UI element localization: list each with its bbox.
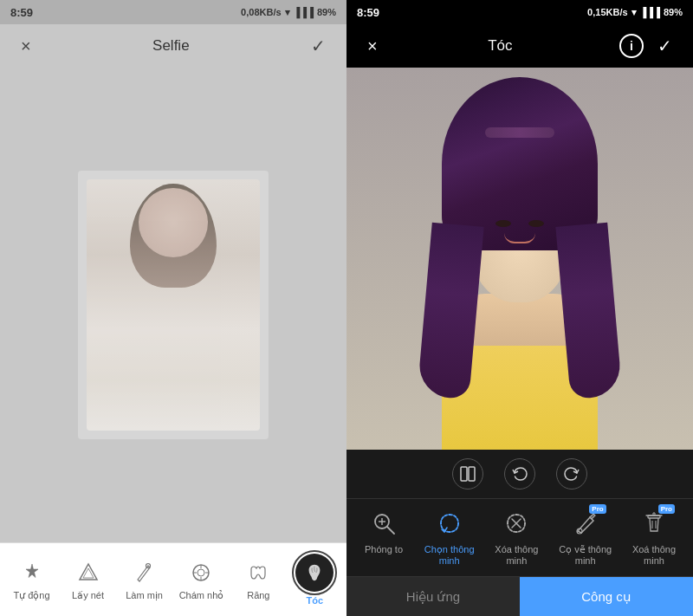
tab-effects[interactable]: Hiệu ứng xyxy=(346,577,520,616)
tab-tools[interactable]: Công cụ xyxy=(520,577,693,616)
top-bar-right: × Tóc i ✓ xyxy=(346,24,693,68)
svg-marker-0 xyxy=(80,564,97,580)
screen-title-right: Tóc xyxy=(488,37,512,55)
tool-smart-select[interactable]: Chọn thông minh xyxy=(414,508,484,567)
wifi-icon-right: ▾ xyxy=(631,7,637,18)
bottom-toolbar-left: Tự động Lấy nét Làm mịn xyxy=(0,542,346,616)
smooth-icon xyxy=(131,559,159,587)
redo-button[interactable] xyxy=(556,458,587,490)
close-button-left[interactable]: × xyxy=(17,33,35,60)
woman-image-right xyxy=(346,68,693,450)
woman-image-left xyxy=(87,179,260,431)
teeth-label: Răng xyxy=(247,590,269,600)
sharpen-icon xyxy=(74,559,102,587)
tool-zoom[interactable]: Phóng to xyxy=(353,508,414,555)
top-bar-left: × Selfie ✓ xyxy=(0,24,346,68)
smart-select-label: Chọn thông minh xyxy=(414,544,484,567)
zoom-icon xyxy=(368,508,399,539)
smooth-label: Làm mịn xyxy=(126,590,163,601)
battery-left: 89% xyxy=(317,7,336,17)
time-left: 8:59 xyxy=(10,6,33,19)
tool-item-sharpen[interactable]: Lấy nét xyxy=(67,559,110,601)
slim-icon xyxy=(187,559,215,587)
smart-select-icon xyxy=(434,508,465,539)
teeth-icon xyxy=(244,559,272,587)
tool-item-teeth[interactable]: Răng xyxy=(236,559,280,600)
pro-badge-brush: Pro xyxy=(589,504,606,514)
status-bar-right: 8:59 0,15KB/s ▾ ▐▐▐ 89% xyxy=(346,0,693,24)
smart-delete-label: Xoá thông minh xyxy=(622,544,686,567)
right-panel: 8:59 0,15KB/s ▾ ▐▐▐ 89% × Tóc i ✓ xyxy=(346,0,693,616)
undo-button[interactable] xyxy=(504,458,535,490)
zoom-label: Phóng to xyxy=(365,544,403,555)
smart-erase-icon xyxy=(501,508,532,539)
network-speed-right: 0,15KB/s xyxy=(587,7,627,17)
smart-brush-icon: Pro xyxy=(570,508,601,539)
status-bar-left: 8:59 0,08KB/s ▾ ▐▐▐ 89% xyxy=(0,0,346,24)
battery-right: 89% xyxy=(664,7,683,17)
tool-item-auto[interactable]: Tự động xyxy=(10,559,54,601)
time-right: 8:59 xyxy=(357,6,379,19)
smart-delete-icon: Pro xyxy=(638,508,670,539)
split-view-button[interactable] xyxy=(452,458,483,490)
pro-badge-delete: Pro xyxy=(658,504,675,514)
tool-item-smooth[interactable]: Làm mịn xyxy=(123,559,166,601)
photo-area-left xyxy=(0,68,346,542)
left-panel: 8:59 0,08KB/s ▾ ▐▐▐ 89% × Selfie ✓ Tự độ… xyxy=(0,0,346,616)
signal-icon-right: ▐▐▐ xyxy=(640,7,660,17)
slim-label: Chám nhỏ xyxy=(179,590,224,601)
tool-smart-brush[interactable]: Pro Cọ vẽ thông minh xyxy=(548,508,622,567)
tool-smart-delete[interactable]: Pro Xoá thông minh xyxy=(622,508,686,567)
photo-placeholder-left xyxy=(78,171,269,439)
network-speed-left: 0,08KB/s xyxy=(241,7,281,17)
sharpen-label: Lấy nét xyxy=(72,590,104,601)
tool-item-hair[interactable]: Tóc xyxy=(293,554,336,606)
hair-tool-circle xyxy=(295,554,334,592)
auto-label: Tự động xyxy=(13,590,49,601)
smart-brush-label: Cọ vẽ thông minh xyxy=(548,544,622,567)
status-icons-left: 0,08KB/s ▾ ▐▐▐ 89% xyxy=(241,7,336,18)
hair-label: Tóc xyxy=(307,595,324,606)
signal-icon: ▐▐▐ xyxy=(294,7,314,17)
tool-item-slim[interactable]: Chám nhỏ xyxy=(179,559,224,601)
svg-rect-9 xyxy=(461,467,467,481)
confirm-button-left[interactable]: ✓ xyxy=(308,32,329,60)
confirm-button-right[interactable]: ✓ xyxy=(654,32,676,60)
tools-row: Phóng to Chọn thông minh xyxy=(346,498,693,576)
screen-title-left: Selfie xyxy=(152,37,190,55)
svg-line-12 xyxy=(387,527,394,534)
smart-erase-label: Xóa thông minh xyxy=(484,544,548,567)
tool-smart-erase[interactable]: Xóa thông minh xyxy=(484,508,548,567)
svg-point-4 xyxy=(198,569,204,576)
edit-controls xyxy=(346,450,693,498)
close-button-right[interactable]: × xyxy=(364,33,381,60)
auto-icon xyxy=(18,559,46,587)
bottom-tabs: Hiệu ứng Công cụ xyxy=(346,576,693,616)
photo-area-right xyxy=(346,68,693,450)
wifi-icon: ▾ xyxy=(285,7,290,18)
svg-rect-10 xyxy=(469,467,475,481)
info-button[interactable]: i xyxy=(619,34,644,58)
status-icons-right: 0,15KB/s ▾ ▐▐▐ 89% xyxy=(587,7,683,18)
